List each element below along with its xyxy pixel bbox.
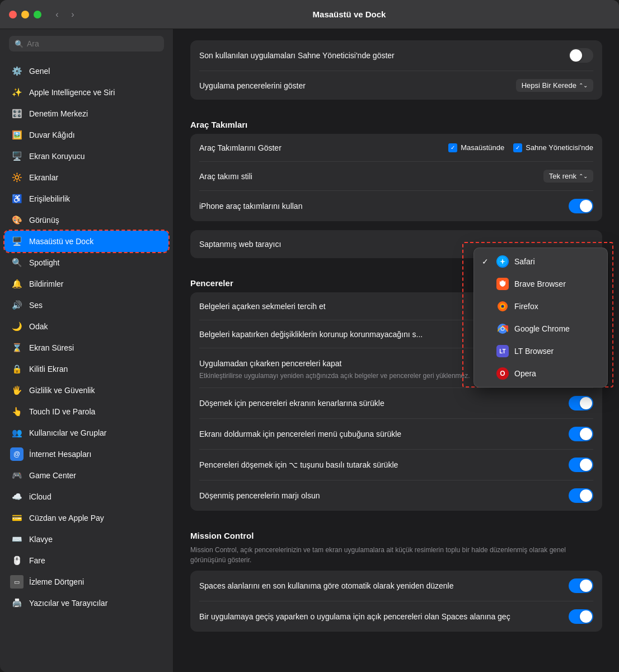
arac-section-header: Araç Takımları (190, 109, 602, 134)
tusu-basili-toggle[interactable] (569, 458, 593, 472)
sidebar-item-erislebilirlik[interactable]: ♿ Erişilebilirlik (4, 188, 168, 209)
iphone-arac-row: iPhone araç takımlarını kullan (199, 191, 593, 221)
maximize-button[interactable] (34, 11, 41, 18)
svg-point-4 (501, 305, 504, 308)
sidebar-item-ekran-koruyucu[interactable]: 🖥️ Ekran Koruyucu (4, 146, 168, 167)
game-center-icon: 🎮 (10, 469, 24, 482)
sidebar-item-ekranlar[interactable]: 🔆 Ekranlar (4, 167, 168, 188)
sidebar-item-touch-id[interactable]: 👆 Touch ID ve Parola (4, 401, 168, 422)
dropdown-chrome[interactable]: ✓ Google Chrome (474, 318, 607, 340)
tusu-basili-label: Pencereleri döşemek için ⌥ tuşunu basılı… (199, 460, 569, 469)
sidebar-item-label: Apple Intelligence ve Siri (29, 88, 115, 97)
marj-row: Döşenmiş pencerelerin marjı olsun (199, 480, 593, 511)
checkbox-masaustu[interactable]: ✓ Masaüstünde (448, 143, 504, 152)
sidebar: 🔍 ⚙️ Genel ✨ Apple Intelligence ve Siri … (0, 29, 173, 672)
sidebar-item-label: Ekran Koruyucu (29, 152, 85, 161)
tusu-basili-row: Pencereleri döşemek için ⌥ tuşunu basılı… (199, 450, 593, 480)
sidebar-item-label: Ses (29, 301, 43, 310)
izleme-icon: ▭ (10, 575, 24, 589)
svg-point-7 (501, 328, 504, 330)
minimize-button[interactable] (21, 11, 29, 18)
spotlight-icon: 🔍 (10, 256, 24, 269)
dropdown-firefox[interactable]: ✓ Firefox (474, 295, 607, 318)
sidebar-item-icloud[interactable]: ☁️ iCloud (4, 486, 168, 507)
sidebar-item-apple-intelligence[interactable]: ✨ Apple Intelligence ve Siri (4, 82, 168, 103)
firefox-label: Firefox (514, 302, 538, 311)
sidebar-item-label: Touch ID ve Parola (29, 407, 95, 416)
iphone-arac-toggle[interactable] (569, 199, 593, 213)
sidebar-item-label: Klavye (29, 535, 53, 544)
sidebar-item-label: Ekranlar (29, 173, 58, 182)
sidebar-item-label: Görünüş (29, 216, 59, 225)
sidebar-item-internet[interactable]: @ İnternet Hesapları (4, 444, 168, 465)
son-kullanilan-toggle[interactable] (569, 48, 593, 63)
masaustu-label: Masaüstünde (461, 143, 504, 152)
sidebar-item-klavye[interactable]: ⌨️ Klavye (4, 529, 168, 550)
erislebilirlik-icon: ♿ (10, 192, 24, 206)
sidebar-item-kullanicilar[interactable]: 👥 Kullanıcılar ve Gruplar (4, 422, 168, 444)
sidebar-item-game-center[interactable]: 🎮 Game Center (4, 465, 168, 486)
apple-intelligence-icon: ✨ (10, 86, 24, 99)
sidebar-item-kilitli-ekran[interactable]: 🔒 Kilitli Ekran (4, 358, 168, 380)
uygulama-pencereleri-row: Uygulama pencerelerini göster Hepsi Bir … (199, 71, 593, 100)
sidebar-item-spotlight[interactable]: 🔍 Spotlight (4, 252, 168, 273)
checkbox-sahne[interactable]: ✓ Sahne Yöneticisi'nde (513, 143, 593, 152)
toggle-knob (580, 200, 592, 212)
sidebar-item-bildirimler[interactable]: 🔔 Bildirimler (4, 273, 168, 295)
search-input[interactable] (27, 39, 158, 48)
dropdown-opera[interactable]: ✓ O Opera (474, 362, 607, 385)
sidebar-item-genel[interactable]: ⚙️ Genel (4, 60, 168, 82)
dropdown-lt[interactable]: ✓ LT LT Browser (474, 340, 607, 362)
uygulama-pencereleri-select[interactable]: Hepsi Bir Kerede ⌃⌄ (516, 79, 593, 92)
opera-browser-icon: O (496, 367, 509, 380)
close-button[interactable] (9, 11, 17, 18)
fare-icon: 🖱️ (10, 554, 24, 567)
stili-value: Tek renk (549, 172, 576, 180)
chrome-browser-icon (496, 323, 509, 335)
sidebar-item-yazicilar[interactable]: 🖨️ Yazıcılar ve Tarayıcılar (4, 592, 168, 614)
search-bar[interactable]: 🔍 (9, 36, 164, 52)
sidebar-item-label: Fare (29, 556, 45, 565)
toggle-knob (580, 459, 592, 471)
sidebar-item-duvar-kagidi[interactable]: 🖼️ Duvar Kâğıdı (4, 124, 168, 146)
spaces-otomatik-toggle[interactable] (569, 578, 593, 593)
son-kullanilan-label: Son kullanılan uygulamaları Sahne Yöneti… (199, 51, 569, 60)
sidebar-item-ses[interactable]: 🔊 Ses (4, 295, 168, 316)
spaces-gecis-toggle[interactable] (569, 609, 593, 624)
dropdown-safari[interactable]: ✓ Safari (474, 250, 607, 273)
sahne-label: Sahne Yöneticisi'nde (526, 143, 593, 152)
masaustu-checkbox[interactable]: ✓ (448, 143, 457, 152)
sahne-checkbox[interactable]: ✓ (513, 143, 522, 152)
sidebar-item-ekran-suresi[interactable]: ⌛ Ekran Süresi (4, 337, 168, 358)
titlebar: ‹ › Masaüstü ve Dock (0, 0, 619, 29)
mission-control-block: Spaces alanlarını en son kullanıma göre … (190, 571, 602, 632)
toggle-knob (580, 580, 592, 592)
arac-stili-select[interactable]: Tek renk ⌃⌄ (543, 170, 593, 183)
ekrani-doldurmak-toggle[interactable] (569, 427, 593, 441)
browser-dropdown[interactable]: ✓ Safari (473, 248, 608, 388)
sidebar-item-gorunus[interactable]: 🎨 Görünüş (4, 209, 168, 231)
klavye-icon: ⌨️ (10, 533, 24, 546)
marj-toggle[interactable] (569, 488, 593, 503)
son-kullanilan-row: Son kullanılan uygulamaları Sahne Yöneti… (199, 40, 593, 71)
sidebar-item-izleme[interactable]: ▭ İzleme Dörtgeni (4, 571, 168, 592)
spaces-otomatik-row: Spaces alanlarını en son kullanıma göre … (199, 571, 593, 601)
forward-button[interactable]: › (66, 8, 79, 21)
sidebar-item-gizlilik[interactable]: 🖐️ Gizlilik ve Güvenlik (4, 380, 168, 401)
chevron-icon: ⌃⌄ (579, 173, 588, 179)
doseme-toggle[interactable] (569, 396, 593, 410)
sidebar-item-label: Masaüstü ve Dock (29, 237, 93, 246)
ses-icon: 🔊 (10, 298, 24, 312)
dropdown-brave[interactable]: ✓ Brave Browser (474, 273, 607, 295)
sidebar-item-masaustu-dock[interactable]: 🖥️ Masaüstü ve Dock (4, 231, 168, 252)
sidebar-item-cuzdan[interactable]: 💳 Cüzdan ve Apple Pay (4, 507, 168, 529)
sidebar-item-label: Yazıcılar ve Tarayıcılar (29, 599, 107, 608)
sidebar-item-odak[interactable]: 🌙 Odak (4, 316, 168, 337)
settings-panel: Son kullanılan uygulamaları Sahne Yöneti… (173, 29, 619, 672)
arac-takimlari-row: Araç Takımlarını Göster ✓ Masaüstünde ✓ … (199, 134, 593, 162)
internet-icon: @ (10, 447, 24, 461)
sidebar-item-denetim-merkezi[interactable]: 🎛️ Denetim Merkezi (4, 103, 168, 124)
toggle-knob (580, 397, 592, 409)
back-button[interactable]: ‹ (50, 8, 64, 21)
sidebar-item-fare[interactable]: 🖱️ Fare (4, 550, 168, 571)
